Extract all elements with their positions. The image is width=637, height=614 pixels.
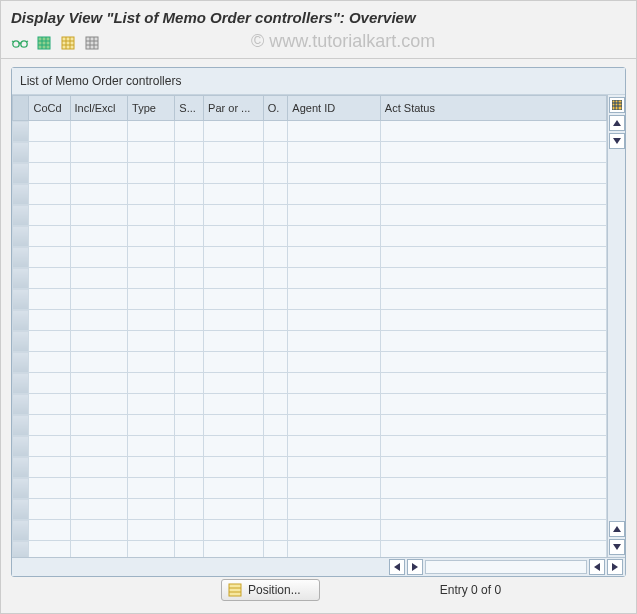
column-header-type[interactable]: Type	[128, 96, 175, 121]
cell-cocd[interactable]	[29, 226, 70, 247]
cell-o[interactable]	[263, 457, 288, 478]
cell-o[interactable]	[263, 163, 288, 184]
cell-incl[interactable]	[70, 289, 128, 310]
table-row[interactable]	[13, 499, 607, 520]
row-selector[interactable]	[13, 352, 29, 373]
table-row[interactable]	[13, 268, 607, 289]
cell-par[interactable]	[204, 352, 264, 373]
row-selector[interactable]	[13, 394, 29, 415]
row-selector[interactable]	[13, 142, 29, 163]
cell-o[interactable]	[263, 541, 288, 558]
cell-act[interactable]	[380, 394, 606, 415]
position-button[interactable]: Position...	[221, 579, 320, 601]
cell-cocd[interactable]	[29, 415, 70, 436]
cell-act[interactable]	[380, 331, 606, 352]
row-selector[interactable]	[13, 415, 29, 436]
cell-par[interactable]	[204, 247, 264, 268]
cell-type[interactable]	[128, 247, 175, 268]
cell-par[interactable]	[204, 331, 264, 352]
cell-act[interactable]	[380, 520, 606, 541]
row-selector[interactable]	[13, 373, 29, 394]
cell-act[interactable]	[380, 310, 606, 331]
column-header-incl[interactable]: Incl/Excl	[70, 96, 128, 121]
cell-par[interactable]	[204, 520, 264, 541]
cell-agent[interactable]	[288, 415, 380, 436]
cell-s[interactable]	[175, 331, 204, 352]
cell-agent[interactable]	[288, 226, 380, 247]
cell-o[interactable]	[263, 268, 288, 289]
cell-cocd[interactable]	[29, 247, 70, 268]
cell-act[interactable]	[380, 205, 606, 226]
table-row[interactable]	[13, 163, 607, 184]
table-row[interactable]	[13, 331, 607, 352]
cell-par[interactable]	[204, 541, 264, 558]
cell-type[interactable]	[128, 436, 175, 457]
cell-type[interactable]	[128, 289, 175, 310]
table-gray-icon[interactable]	[83, 34, 101, 52]
cell-type[interactable]	[128, 541, 175, 558]
cell-incl[interactable]	[70, 268, 128, 289]
cell-act[interactable]	[380, 541, 606, 558]
cell-act[interactable]	[380, 268, 606, 289]
cell-type[interactable]	[128, 142, 175, 163]
table-row[interactable]	[13, 457, 607, 478]
row-selector[interactable]	[13, 121, 29, 142]
cell-act[interactable]	[380, 373, 606, 394]
cell-type[interactable]	[128, 184, 175, 205]
column-header-agent[interactable]: Agent ID	[288, 96, 380, 121]
table-row[interactable]	[13, 289, 607, 310]
row-selector[interactable]	[13, 331, 29, 352]
cell-o[interactable]	[263, 415, 288, 436]
table-row[interactable]	[13, 142, 607, 163]
cell-incl[interactable]	[70, 499, 128, 520]
table-row[interactable]	[13, 184, 607, 205]
cell-s[interactable]	[175, 478, 204, 499]
cell-cocd[interactable]	[29, 310, 70, 331]
cell-s[interactable]	[175, 541, 204, 558]
column-header-par[interactable]: Par or ...	[204, 96, 264, 121]
cell-type[interactable]	[128, 499, 175, 520]
cell-cocd[interactable]	[29, 457, 70, 478]
cell-incl[interactable]	[70, 226, 128, 247]
cell-cocd[interactable]	[29, 163, 70, 184]
cell-agent[interactable]	[288, 331, 380, 352]
cell-agent[interactable]	[288, 205, 380, 226]
cell-incl[interactable]	[70, 310, 128, 331]
cell-par[interactable]	[204, 121, 264, 142]
cell-agent[interactable]	[288, 247, 380, 268]
cell-agent[interactable]	[288, 268, 380, 289]
row-selector[interactable]	[13, 436, 29, 457]
cell-cocd[interactable]	[29, 478, 70, 499]
cell-type[interactable]	[128, 457, 175, 478]
cell-s[interactable]	[175, 499, 204, 520]
cell-type[interactable]	[128, 415, 175, 436]
row-selector[interactable]	[13, 268, 29, 289]
cell-act[interactable]	[380, 247, 606, 268]
cell-o[interactable]	[263, 310, 288, 331]
table-row[interactable]	[13, 310, 607, 331]
cell-type[interactable]	[128, 352, 175, 373]
row-selector[interactable]	[13, 499, 29, 520]
cell-cocd[interactable]	[29, 268, 70, 289]
cell-o[interactable]	[263, 247, 288, 268]
cell-s[interactable]	[175, 352, 204, 373]
cell-s[interactable]	[175, 373, 204, 394]
cell-act[interactable]	[380, 184, 606, 205]
cell-cocd[interactable]	[29, 331, 70, 352]
cell-act[interactable]	[380, 415, 606, 436]
cell-cocd[interactable]	[29, 520, 70, 541]
row-selector[interactable]	[13, 457, 29, 478]
cell-s[interactable]	[175, 520, 204, 541]
cell-type[interactable]	[128, 394, 175, 415]
cell-par[interactable]	[204, 394, 264, 415]
cell-cocd[interactable]	[29, 289, 70, 310]
table-green-icon[interactable]	[35, 34, 53, 52]
cell-o[interactable]	[263, 289, 288, 310]
cell-incl[interactable]	[70, 436, 128, 457]
vertical-scrollbar[interactable]	[607, 95, 625, 557]
cell-act[interactable]	[380, 457, 606, 478]
table-row[interactable]	[13, 478, 607, 499]
cell-o[interactable]	[263, 436, 288, 457]
cell-type[interactable]	[128, 478, 175, 499]
cell-o[interactable]	[263, 499, 288, 520]
